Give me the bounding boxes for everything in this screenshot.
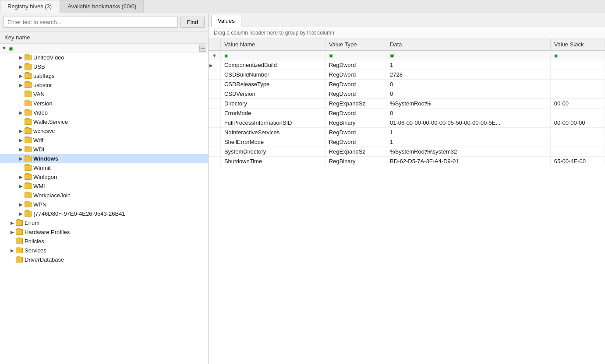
tree-expander-icon[interactable]: ▶ [18, 54, 25, 61]
row-data-cell: 1 [386, 60, 551, 70]
folder-icon [25, 183, 32, 189]
col-data-header[interactable]: Data [386, 39, 551, 50]
row-arrow-cell [209, 157, 220, 166]
row-name-cell: NoInteractiveServices [220, 128, 325, 137]
tree-item[interactable]: ▶USB [0, 62, 208, 71]
tab-available-bookmarks[interactable]: Available bookmarks (60/0) [60, 0, 144, 13]
tree-item-label: Wdf [33, 137, 43, 144]
folder-icon [25, 110, 32, 116]
tree-item[interactable]: WalletService [0, 117, 208, 126]
table-row[interactable]: ShutdownTimeRegBinaryBD-62-D5-7A-3F-A4-D… [209, 157, 605, 166]
table-row[interactable]: DirectoryRegExpandSz%SystemRoot%00-00 [209, 99, 605, 108]
tree-item[interactable]: ▶Windows [0, 154, 208, 163]
row-slack-cell [550, 137, 605, 147]
folder-icon [25, 137, 32, 143]
tree-scroll-button[interactable]: — [199, 45, 206, 52]
tree-item[interactable]: Version [0, 99, 208, 108]
table-row[interactable]: FullProcessInformationSIDRegBinary01-06-… [209, 118, 605, 128]
row-name-cell: ErrorMode [220, 108, 325, 118]
filter-row: ▼ ▣ ▣ ▣ ▣ [209, 50, 605, 60]
search-input[interactable] [4, 17, 178, 28]
tree-expander-placeholder [9, 256, 16, 263]
tree-item-label: WMI [33, 183, 45, 189]
row-slack-cell [550, 89, 605, 99]
tree-expander-icon[interactable]: ▶ [18, 127, 25, 134]
tree-expander-icon[interactable]: ▶ [18, 136, 25, 144]
table-row[interactable]: CSDReleaseTypeRegDword0 [209, 80, 605, 89]
tree-item[interactable]: WinInit [0, 163, 208, 172]
tree-item[interactable]: ▶Hardware Profiles [0, 228, 208, 237]
tree-item[interactable]: ▶wcncsvc [0, 126, 208, 136]
tree-item[interactable]: ▶Enum [0, 218, 208, 228]
tree-expander-icon[interactable]: ▶ [18, 201, 25, 208]
row-data-cell: 0 [386, 89, 551, 99]
tab-registry-hives[interactable]: Registry hives (3) [0, 0, 59, 13]
tree-expander-icon[interactable]: ▶ [18, 72, 25, 79]
filter-type-cell: ▣ [325, 50, 386, 60]
row-data-cell: 0 [386, 108, 551, 118]
row-arrow-icon: ▶ [209, 63, 213, 68]
row-arrow-cell [209, 108, 220, 118]
row-slack-cell [550, 80, 605, 89]
values-table-wrap[interactable]: Value Name Value Type Data Value Slack ▼… [209, 39, 605, 364]
col-value-type-header[interactable]: Value Type [325, 39, 386, 50]
tree-expander-placeholder [18, 164, 25, 171]
tree-expander-icon[interactable]: ▶ [9, 219, 16, 226]
col-value-name-header[interactable]: Value Name [220, 39, 325, 50]
table-row[interactable]: ShellErrorModeRegDword1 [209, 137, 605, 147]
tree-item[interactable]: VAN [0, 90, 208, 99]
tree-container[interactable]: ▼ ▣ — ▶UnitedVideo▶USB▶usbflags▶usbstor … [0, 44, 208, 364]
tree-expander-icon[interactable]: ▶ [18, 109, 25, 116]
tab-values[interactable]: Values [211, 15, 241, 27]
row-type-cell: RegDword [325, 60, 386, 70]
col-value-slack-header[interactable]: Value Slack [550, 39, 605, 50]
tree-expander-icon[interactable]: ▶ [9, 228, 16, 235]
tree-expander-icon[interactable]: ▶ [18, 173, 25, 180]
filter-funnel-icon: ▼ [212, 53, 217, 58]
tree-expander-icon[interactable]: ▶ [18, 146, 25, 153]
row-arrow-cell: ▶ [209, 60, 220, 70]
row-slack-cell [550, 128, 605, 137]
filter-data-icon: ▣ [390, 53, 394, 58]
row-arrow-cell [209, 147, 220, 157]
tree-item[interactable]: ▶WDI [0, 145, 208, 154]
tree-item[interactable]: WorkplaceJoin [0, 191, 208, 200]
tree-expander-icon[interactable]: ▶ [9, 247, 16, 254]
tree-expander-icon[interactable]: ▶ [18, 210, 25, 217]
row-name-cell: CSDBuildNumber [220, 70, 325, 80]
find-button[interactable]: Find [180, 17, 205, 28]
tree-item[interactable]: ▶WMI [0, 182, 208, 191]
folder-icon [25, 73, 32, 79]
tree-item[interactable]: ▶usbstor [0, 80, 208, 90]
row-name-cell: CSDReleaseType [220, 80, 325, 89]
folder-icon [16, 257, 23, 262]
tree-item-label: DriverDatabase [25, 256, 64, 263]
tree-item[interactable]: ▶Services [0, 246, 208, 255]
tree-expander-icon[interactable]: ▶ [18, 81, 25, 88]
values-tab-row: Values [209, 13, 605, 27]
tree-expander-icon[interactable]: ▶ [18, 182, 25, 189]
row-type-cell: RegExpandSz [325, 99, 386, 108]
tree-expander-icon[interactable]: ▶ [18, 63, 25, 70]
tree-item[interactable]: ▶{7746D80F-97E0-4E26-9543-26B41 [0, 209, 208, 218]
tree-item-label: usbstor [33, 82, 52, 88]
tree-item[interactable]: ▶Winlogon [0, 172, 208, 182]
tree-item[interactable]: ▶UnitedVideo [0, 53, 208, 62]
table-row[interactable]: CSDBuildNumberRegDword2728 [209, 70, 605, 80]
table-row[interactable]: ▶ComponentizedBuildRegDword1 [209, 60, 605, 70]
tree-expander-placeholder [18, 118, 25, 125]
tree-item-label: WDI [33, 146, 44, 153]
row-type-cell: RegDword [325, 80, 386, 89]
tree-item[interactable]: DriverDatabase [0, 255, 208, 264]
tree-item[interactable]: ▶usbflags [0, 71, 208, 80]
tree-item[interactable]: ▶Wdf [0, 136, 208, 145]
tree-item[interactable]: Policies [0, 237, 208, 246]
table-row[interactable]: ErrorModeRegDword0 [209, 108, 605, 118]
tree-item[interactable]: ▶WPN [0, 200, 208, 209]
tree-item-label: UnitedVideo [33, 54, 64, 61]
tree-expander-icon[interactable]: ▶ [18, 155, 25, 162]
table-row[interactable]: CSDVersionRegDword0 [209, 89, 605, 99]
tree-item[interactable]: ▶Video [0, 108, 208, 117]
table-row[interactable]: NoInteractiveServicesRegDword1 [209, 128, 605, 137]
table-row[interactable]: SystemDirectoryRegExpandSz%SystemRoot%\s… [209, 147, 605, 157]
